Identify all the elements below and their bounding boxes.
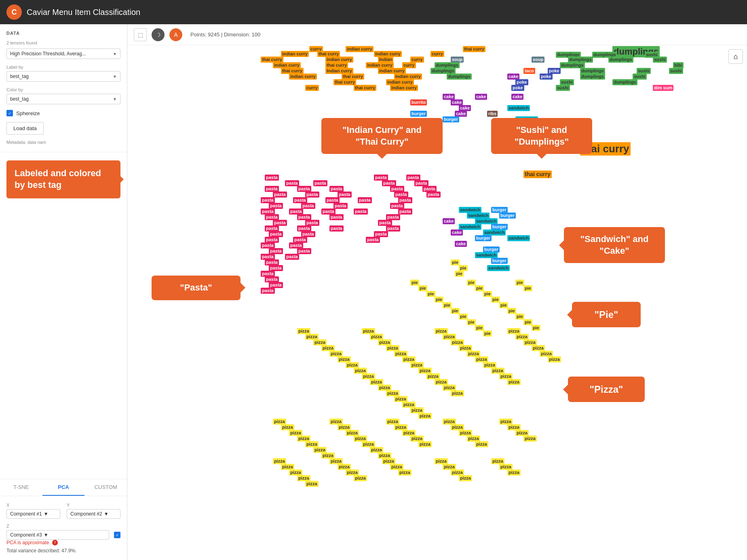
tag-pasta: pasta <box>325 197 340 203</box>
label-by-select[interactable]: best_tag ▼ <box>6 71 120 82</box>
color-by-row: best_tag ▼ <box>6 94 120 104</box>
tag-pasta: pasta <box>386 214 400 220</box>
tag-pizza: pizza <box>402 402 416 408</box>
tag-pizza: pizza <box>346 430 359 436</box>
viz-toolbar: ⬚ ☽ A Points: 9245 | Dimension: 100 <box>127 24 747 45</box>
app-header: C Caviar Menu Item Classification <box>0 0 747 24</box>
annotate-button[interactable]: A <box>169 28 182 41</box>
tag-indian-curry: indian curry <box>346 46 374 52</box>
tag-pasta: pasta <box>329 225 344 232</box>
tag-pasta: pasta <box>269 203 283 209</box>
tag-pizza: pizza <box>297 436 310 442</box>
tag-pizza: pizza <box>313 339 327 345</box>
tag-pizza: pizza <box>515 334 529 340</box>
tab-custom[interactable]: CUSTOM <box>84 479 127 496</box>
sidebar: DATA 2 tensors found High Precision Thre… <box>0 24 127 560</box>
tag-pasta: pasta <box>394 192 408 198</box>
tag-pizza: pizza <box>394 424 407 430</box>
tag-burger: burger <box>491 224 508 230</box>
tag-sushi: sushi <box>633 74 647 80</box>
tag-pizza: pizza <box>459 345 472 351</box>
tag-pasta: pasta <box>382 180 396 186</box>
tag-pizza: pizza <box>281 464 294 470</box>
tag-curry: curry <box>305 85 319 91</box>
night-mode-button[interactable]: ☽ <box>152 28 165 41</box>
tag-cake: cake <box>455 111 467 117</box>
tag-pizza: pizza <box>329 351 343 357</box>
label-by-row: best_tag ▼ <box>6 71 120 82</box>
tag-pasta: pasta <box>297 186 311 192</box>
tag-cake: cake <box>451 99 463 105</box>
z-component-select[interactable]: Component #3 ▼ <box>6 530 109 540</box>
tag-pie: pie <box>491 297 500 303</box>
tag-pasta: pasta <box>261 208 275 215</box>
tab-tsne[interactable]: T-SNE <box>0 479 42 496</box>
sphereize-label: Sphereize <box>16 110 40 116</box>
tag-cake: cake <box>451 229 463 236</box>
tag-poke: poke <box>540 74 553 80</box>
home-button[interactable]: ⌂ <box>728 49 743 64</box>
tag-pasta: pasta <box>269 265 283 271</box>
tag-dumplings: dumplings <box>580 68 605 74</box>
viz-canvas[interactable]: ⌂ thai curryindian currycurryindian curr… <box>127 45 747 560</box>
tag-cake: cake <box>459 105 471 111</box>
metadata-text: Metadata: data nam <box>6 139 120 145</box>
pca-help-icon[interactable]: ? <box>52 540 58 545</box>
tag-pizza: pizza <box>499 464 513 470</box>
tag-pizza: pizza <box>475 356 488 362</box>
tag-pizza: pizza <box>507 379 521 385</box>
tag-pizza: pizza <box>467 436 480 442</box>
z-checkbox[interactable]: ✓ <box>114 532 120 538</box>
tag-pie: pie <box>455 271 464 277</box>
tag-burrito: burrito <box>410 99 427 105</box>
tag-pasta: pasta <box>265 259 279 265</box>
tag-poke: poke <box>515 79 528 85</box>
tag-thai-curry: thai curry <box>354 85 376 91</box>
color-by-select[interactable]: best_tag ▼ <box>6 94 120 104</box>
tag-pizza: pizza <box>491 368 504 374</box>
tag-pizza: pizza <box>459 430 472 436</box>
select-box-icon[interactable]: ⬚ <box>134 28 147 41</box>
tag-thai-curry: thai curry <box>281 68 304 74</box>
tag-pizza: pizza <box>507 424 521 430</box>
tag-dumplings: dumplings <box>608 57 633 63</box>
tag-pasta: pasta <box>293 197 307 203</box>
tag-pie: pie <box>515 314 524 320</box>
tag-pizza: pizza <box>338 464 351 470</box>
tag-pie: pie <box>443 302 452 308</box>
tag-indian-curry: indian curry <box>366 62 394 68</box>
tag-pie: pie <box>451 259 460 265</box>
y-component-select[interactable]: Component #2 ▼ <box>67 509 120 519</box>
tag-pizza: pizza <box>410 362 424 368</box>
tag-pasta: pasta <box>289 242 303 248</box>
tag-sandwich: sandwich <box>459 224 481 230</box>
sphereize-checkbox[interactable]: ✓ <box>6 110 13 116</box>
tag-pasta: pasta <box>265 214 279 220</box>
tag-indian-curry: indian curry <box>281 51 309 57</box>
pca-controls: X Component #1 ▼ Y Component #2 ▼ <box>0 496 127 560</box>
tag-pizza: pizza <box>289 469 302 476</box>
x-component-select[interactable]: Component #1 ▼ <box>6 509 60 519</box>
tag-thai-curry: thai curry <box>325 62 348 68</box>
tag-pizza: pizza <box>390 464 403 470</box>
tag-pizza: pizza <box>313 447 327 453</box>
threshold-select[interactable]: High Precision Threshold, Averag... ▼ <box>6 48 120 59</box>
tag-pizza: pizza <box>378 385 391 391</box>
tag-pasta: pasta <box>374 175 388 181</box>
tab-pca[interactable]: PCA <box>42 479 85 496</box>
tag-pizza: pizza <box>346 469 359 476</box>
label-by-field-label: Label by <box>6 65 120 69</box>
tag-pasta: pasta <box>261 288 275 294</box>
tag-Indian: Indian <box>378 57 393 63</box>
xy-component-row: X Component #1 ▼ Y Component #2 ▼ <box>6 503 120 519</box>
tag-pizza: pizza <box>418 368 432 374</box>
tensors-found-text: 2 tensors found <box>6 40 120 45</box>
tag-pizza: pizza <box>305 481 319 487</box>
tag-thai-curry: thai curry <box>333 79 356 85</box>
load-data-button[interactable]: Load data <box>6 122 44 135</box>
tag-pizza: pizza <box>515 430 529 436</box>
tag-pizza: pizza <box>378 339 391 345</box>
tag-thai-curry: thai curry <box>463 46 485 52</box>
tag-pie: pie <box>410 280 419 286</box>
tag-pasta: pasta <box>265 186 279 192</box>
